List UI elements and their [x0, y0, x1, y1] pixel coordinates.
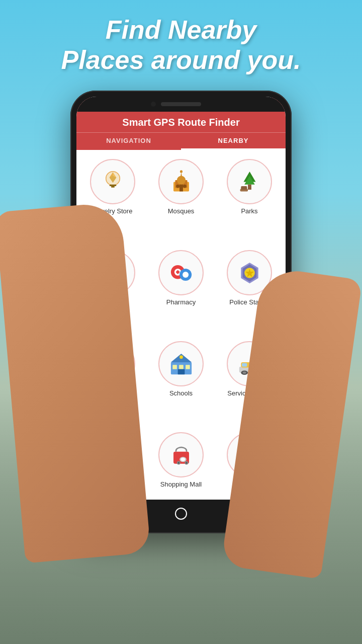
notch-camera — [151, 102, 156, 107]
phone-wrapper: 🌐 📋 ✉ ▶ ⏭ 🔇 📶 27% 10:06 AM Smart GPS Rou… — [70, 91, 292, 533]
svg-rect-46 — [177, 369, 185, 374]
svg-rect-9 — [176, 184, 179, 188]
notch-speaker — [161, 102, 201, 106]
svg-rect-43 — [172, 365, 177, 369]
svg-point-51 — [242, 371, 246, 373]
pharmacy-icon-circle — [158, 250, 204, 295]
park-icon-circle — [227, 159, 272, 204]
app-tabs: NAVIGATION NEARBY — [76, 132, 286, 150]
shopping-label: Shopping Mall — [160, 480, 202, 488]
list-item[interactable]: Parks — [217, 155, 282, 242]
svg-point-63 — [177, 462, 179, 463]
app-title: Smart GPS Route Finder — [76, 117, 286, 132]
svg-point-47 — [179, 355, 183, 359]
svg-rect-19 — [241, 186, 247, 190]
tab-nearby[interactable]: NEARBY — [181, 133, 286, 150]
svg-rect-5 — [111, 186, 115, 188]
school-label: Schools — [169, 389, 193, 397]
parks-label: Parks — [241, 207, 257, 215]
jewelry-icon-circle — [90, 159, 135, 204]
tab-navigation[interactable]: NAVIGATION — [76, 133, 181, 150]
svg-rect-31 — [176, 270, 178, 274]
svg-marker-12 — [179, 172, 182, 179]
pharmacy-label: Pharmacy — [166, 298, 196, 306]
app-header: Smart GPS Route Finder NAVIGATION NEARBY — [76, 112, 286, 150]
mosque-icon — [167, 168, 195, 196]
police-icon — [236, 259, 263, 287]
shopping-icon-circle — [158, 432, 204, 477]
svg-point-29 — [183, 271, 189, 277]
home-button[interactable] — [173, 506, 189, 521]
svg-point-60 — [180, 457, 185, 461]
svg-point-64 — [186, 462, 187, 463]
svg-point-13 — [179, 170, 182, 173]
list-item[interactable]: Mosques — [149, 155, 213, 242]
home-icon — [175, 508, 187, 520]
svg-rect-45 — [186, 365, 190, 369]
phone-notch — [76, 97, 286, 112]
svg-rect-54 — [242, 363, 247, 366]
list-item[interactable]: Pharmacy — [149, 246, 213, 333]
header-line1: Find Nearby — [0, 15, 362, 45]
jewelry-icon — [99, 168, 127, 196]
svg-rect-14 — [179, 184, 183, 191]
header-text: Find Nearby Places around you. — [0, 15, 362, 75]
school-icon-circle — [158, 341, 204, 386]
svg-rect-17 — [248, 184, 251, 189]
school-icon — [167, 350, 195, 378]
shopping-icon — [167, 441, 195, 469]
header-line2: Places around you. — [0, 45, 362, 75]
svg-rect-44 — [179, 365, 184, 369]
list-item[interactable]: Schools — [149, 337, 213, 424]
svg-rect-10 — [183, 184, 186, 188]
svg-rect-4 — [109, 184, 116, 186]
pharmacy-icon — [167, 259, 195, 287]
mosques-label: Mosques — [168, 207, 195, 215]
park-icon — [236, 168, 263, 196]
mosque-icon-circle — [158, 159, 204, 204]
